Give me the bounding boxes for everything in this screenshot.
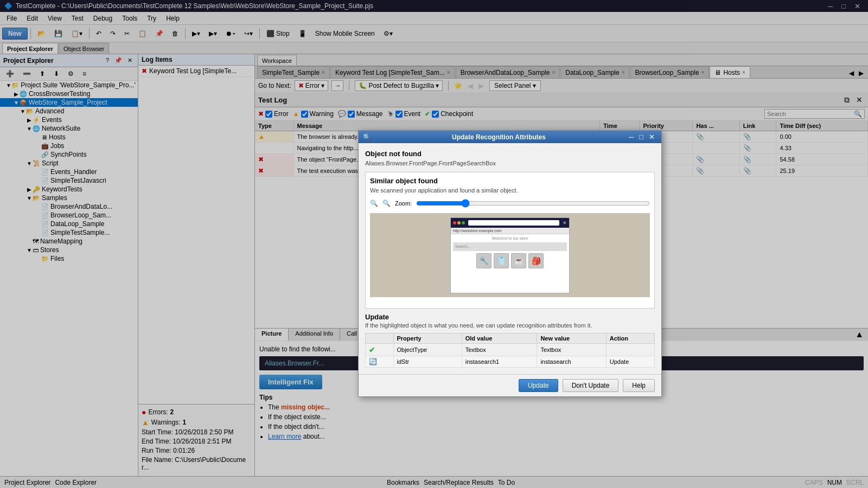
modal-controls: ─ □ ✕: [627, 133, 657, 141]
thumb-products: 🔧 👕 ☕ 🎒: [453, 253, 567, 268]
update-col-new: New value: [537, 333, 606, 344]
thumb-search-text: Search...: [455, 245, 470, 248]
thumb-navbar: ✕: [451, 218, 569, 228]
thumbnail-area: ✕ http://webstore.example.com Welcome to…: [370, 213, 650, 297]
zoom-slider[interactable]: [416, 199, 650, 208]
similar-section: Similar object found We scanned your app…: [365, 172, 655, 309]
update-new-0: Textbox: [537, 344, 606, 356]
zoom-icon-minus[interactable]: 🔍: [370, 200, 378, 207]
thumb-product-0: 🔧: [476, 253, 492, 268]
modal-minimize-btn[interactable]: ─: [627, 133, 636, 141]
zoom-icon-plus[interactable]: 🔍: [382, 200, 391, 207]
update-action-0: [606, 344, 654, 356]
refresh-icon-1: 🔄: [369, 358, 377, 365]
update-old-0: Textbox: [462, 344, 537, 356]
update-old-1: instasearch1: [462, 356, 537, 368]
update-col-action: Action: [606, 333, 654, 344]
modal-title-icon: 🔍: [363, 133, 371, 141]
update-btn[interactable]: Update: [519, 379, 558, 392]
zoom-label: Zoom:: [395, 200, 412, 207]
update-col-property: Property: [393, 333, 462, 344]
modal-restore-btn[interactable]: □: [637, 133, 646, 141]
thumb-yellow: [457, 221, 461, 224]
modal-title: Update Recognition Attributes: [452, 133, 546, 141]
modal-close-btn[interactable]: ✕: [647, 133, 657, 141]
update-recognition-modal: 🔍 Update Recognition Attributes ─ □ ✕ Ob…: [358, 130, 662, 397]
thumb-content: Welcome to our store Search... 🔧 👕 ☕ 🎒: [451, 234, 569, 271]
update-col-status: [366, 333, 394, 344]
update-title: Update: [365, 313, 655, 321]
update-new-1: instasearch: [537, 356, 606, 368]
help-btn[interactable]: Help: [623, 379, 655, 392]
update-row-1: 🔄 idStr instasearch1 instasearch Update: [366, 356, 655, 368]
check-icon-0: ✔: [369, 345, 375, 354]
object-not-found-title: Object not found: [365, 150, 655, 158]
thumbnail-browser: ✕ http://webstore.example.com Welcome to…: [450, 217, 570, 293]
update-col-old: Old value: [462, 333, 537, 344]
update-property-0: ObjectType: [393, 344, 462, 356]
thumb-searchbar: Search...: [453, 242, 567, 251]
thumb-product-3: 🎒: [528, 253, 544, 268]
thumb-red: [453, 221, 456, 224]
update-property-1: idStr: [393, 356, 462, 368]
similar-found-title: Similar object found: [370, 177, 650, 185]
thumb-product-2: ☕: [511, 253, 526, 268]
update-section: Update If the highlighted object is what…: [365, 313, 655, 368]
dont-update-btn[interactable]: Don't Update: [563, 379, 619, 392]
thumb-product-1: 👕: [494, 253, 509, 268]
update-status-1: 🔄: [366, 356, 394, 368]
thumb-addressbar: http://webstore.example.com: [451, 228, 569, 234]
modal-titlebar: 🔍 Update Recognition Attributes ─ □ ✕: [359, 131, 661, 143]
update-attributes-table: Property Old value New value Action ✔ Ob…: [365, 333, 655, 368]
update-row-0: ✔ ObjectType Textbox Textbox: [366, 344, 655, 356]
similar-desc: We scanned your application and found a …: [370, 187, 650, 194]
modal-footer: Update Don't Update Help: [359, 374, 661, 396]
alias-text: Aliases.Browser.FrontPage.FrontPageSearc…: [365, 160, 655, 166]
update-status-0: ✔: [366, 344, 394, 356]
zoom-row: 🔍 🔍 Zoom:: [370, 199, 650, 208]
thumb-nav-icons: ✕: [563, 220, 567, 226]
thumb-welcome-text: Welcome to our store: [453, 236, 567, 240]
update-action-1: Update: [606, 356, 654, 368]
update-desc: If the highlighted object is what you ne…: [365, 322, 655, 329]
thumb-search: [468, 220, 559, 226]
modal-overlay: 🔍 Update Recognition Attributes ─ □ ✕ Ob…: [0, 0, 868, 488]
modal-body: Object not found Aliases.Browser.FrontPa…: [359, 143, 661, 374]
thumb-green: [462, 221, 465, 224]
